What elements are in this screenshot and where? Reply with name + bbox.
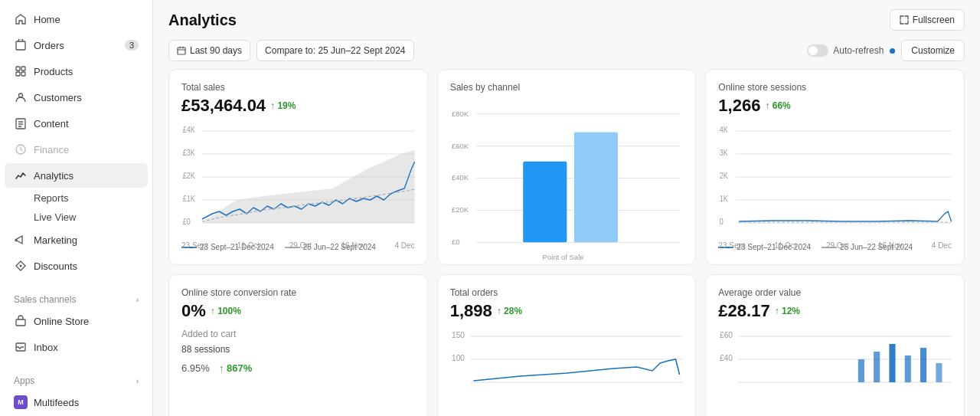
customers-icon xyxy=(14,90,28,104)
multifeeds-icon: M xyxy=(14,395,28,409)
avg-order-change: ↑ 12% xyxy=(775,306,800,316)
svg-point-8 xyxy=(20,265,22,267)
apps-chevron: › xyxy=(136,377,139,385)
customize-button[interactable]: Customize xyxy=(901,40,965,61)
svg-rect-9 xyxy=(16,319,25,326)
sales-channels-section[interactable]: Sales channels › xyxy=(5,288,148,308)
sidebar-item-content-label: Content xyxy=(34,118,139,129)
svg-text:150: 150 xyxy=(452,331,465,339)
sidebar-item-customers[interactable]: Customers xyxy=(5,85,148,110)
top-cards-row: Total sales £53,464.04 ↑ 19% £4K £3K £2K… xyxy=(153,69,980,274)
svg-text:£40: £40 xyxy=(720,354,733,362)
total-sales-chart: £4K £3K £2K £1K £0 xyxy=(181,123,415,238)
online-sessions-x-labels: 23 Sept 11 Oct 29 Oct 16 Nov 4 Dec xyxy=(718,241,952,250)
svg-text:£40K: £40K xyxy=(452,173,469,182)
analytics-icon xyxy=(14,169,28,182)
notification-dot xyxy=(890,48,895,54)
store-icon xyxy=(14,314,28,328)
inbox-icon xyxy=(14,340,28,354)
sidebar-sub-liveview[interactable]: Live View xyxy=(5,208,148,226)
svg-text:£2K: £2K xyxy=(183,172,196,181)
svg-text:0: 0 xyxy=(720,218,724,227)
rate1-label: 6.95% xyxy=(181,362,210,374)
svg-rect-4 xyxy=(21,72,25,76)
sidebar-item-marketing[interactable]: Marketing xyxy=(5,228,148,252)
total-sales-title: Total sales xyxy=(181,82,415,93)
sales-by-channel-card: Sales by channel £80K £60K £40K £20K £0 xyxy=(437,69,697,265)
fullscreen-button[interactable]: Fullscreen xyxy=(890,9,965,31)
svg-rect-58 xyxy=(874,352,880,382)
sidebar-item-online-store-label: Online Store xyxy=(34,316,139,327)
discounts-icon xyxy=(14,259,28,273)
products-icon xyxy=(14,64,28,78)
sidebar-sub-liveview-label: Live View xyxy=(34,211,76,223)
sidebar-item-finance[interactable]: Finance xyxy=(5,137,148,162)
content-icon xyxy=(14,116,28,130)
total-orders-title: Total orders xyxy=(450,287,684,298)
date-range-label: Last 90 days xyxy=(190,45,242,56)
svg-rect-3 xyxy=(16,72,20,76)
page-title: Analytics xyxy=(168,11,237,29)
svg-rect-1 xyxy=(16,67,20,70)
svg-rect-61 xyxy=(920,348,926,382)
sales-by-channel-chart: £80K £60K £40K £20K £0 Point xyxy=(450,99,684,252)
sidebar-item-content[interactable]: Content xyxy=(5,111,148,136)
total-sales-value: £53,464.04 ↑ 19% xyxy=(181,96,415,116)
fullscreen-label: Fullscreen xyxy=(913,15,955,25)
apps-label: Apps xyxy=(14,375,34,386)
sidebar-item-products-label: Products xyxy=(34,66,139,77)
sidebar-item-discounts-label: Discounts xyxy=(34,260,139,272)
auto-refresh-wrap: Auto-refresh xyxy=(807,44,895,57)
svg-point-5 xyxy=(19,93,23,97)
sidebar: Home Orders 3 Products Customers Content… xyxy=(0,0,153,416)
date-range-button[interactable]: Last 90 days xyxy=(168,40,250,61)
sidebar-item-inbox[interactable]: Inbox xyxy=(5,335,148,359)
svg-text:£0: £0 xyxy=(452,237,460,246)
marketing-icon xyxy=(14,233,28,247)
total-orders-value: 1,898 ↑ 28% xyxy=(450,301,684,321)
main-content: Analytics Fullscreen Last 90 days Compar… xyxy=(153,0,980,416)
sidebar-item-multifeeds-label: Multifeeds xyxy=(34,397,139,408)
total-sales-change: ↑ 19% xyxy=(270,100,296,111)
avg-order-title: Average order value xyxy=(718,287,952,298)
sidebar-item-orders-label: Orders xyxy=(34,40,119,51)
svg-rect-62 xyxy=(936,363,942,382)
total-orders-card: Total orders 1,898 ↑ 28% 150 100 xyxy=(437,274,697,416)
svg-text:3K: 3K xyxy=(720,149,729,158)
total-sales-card: Total sales £53,464.04 ↑ 19% £4K £3K £2K… xyxy=(168,69,428,265)
svg-marker-23 xyxy=(202,150,415,223)
conversion-details: Added to cart 88 sessions 6.95% ↑ 867% xyxy=(181,329,415,374)
sales-by-channel-title: Sales by channel xyxy=(450,82,684,93)
svg-rect-35 xyxy=(574,133,618,243)
svg-text:£4K: £4K xyxy=(183,126,196,135)
apps-section[interactable]: Apps › xyxy=(5,369,148,389)
svg-text:£3K: £3K xyxy=(183,149,196,158)
sidebar-item-analytics[interactable]: Analytics xyxy=(5,163,148,188)
svg-rect-34 xyxy=(523,162,567,243)
sidebar-item-online-store[interactable]: Online Store xyxy=(5,309,148,333)
online-sessions-value: 1,266 ↑ 66% xyxy=(718,96,952,116)
total-orders-change: ↑ 28% xyxy=(497,306,522,316)
auto-refresh-label: Auto-refresh xyxy=(833,45,884,56)
online-store-sessions-card: Online store sessions 1,266 ↑ 66% 4K 3K … xyxy=(705,69,965,265)
svg-rect-2 xyxy=(21,67,25,70)
svg-text:4K: 4K xyxy=(720,126,729,135)
sidebar-sub-reports[interactable]: Reports xyxy=(5,189,148,207)
svg-text:1K: 1K xyxy=(720,195,729,204)
svg-text:£1K: £1K xyxy=(183,195,196,204)
svg-text:£60K: £60K xyxy=(452,142,469,150)
avg-order-value-card: Average order value £28.17 ↑ 12% £60 £40 xyxy=(705,274,965,416)
sidebar-item-multifeeds[interactable]: M Multifeeds xyxy=(5,390,148,414)
sidebar-item-products[interactable]: Products xyxy=(5,59,148,84)
sidebar-item-orders[interactable]: Orders 3 xyxy=(5,33,148,57)
customize-label: Customize xyxy=(911,45,955,56)
sidebar-item-home[interactable]: Home xyxy=(5,7,148,31)
svg-rect-57 xyxy=(858,359,864,382)
svg-rect-0 xyxy=(16,41,25,50)
sidebar-item-discounts[interactable]: Discounts xyxy=(5,254,148,278)
compare-button[interactable]: Compare to: 25 Jun–22 Sept 2024 xyxy=(256,40,413,61)
sidebar-item-analytics-label: Analytics xyxy=(34,170,139,182)
auto-refresh-toggle[interactable] xyxy=(807,44,828,57)
main-header: Analytics Fullscreen xyxy=(153,0,980,37)
svg-text:100: 100 xyxy=(452,354,465,362)
